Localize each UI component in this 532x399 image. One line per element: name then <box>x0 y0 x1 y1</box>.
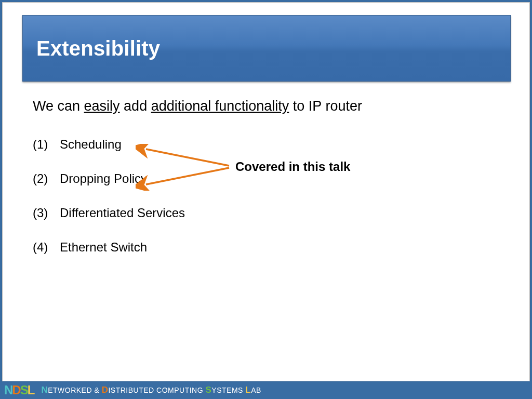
item-number: (2) <box>33 171 50 186</box>
footer-bar: N D S L NETWORKED & DISTRIBUTED COMPUTIN… <box>0 381 532 399</box>
lead-sentence: We can easily add additional functionali… <box>33 98 500 114</box>
lab-name-initial: S <box>206 385 212 395</box>
lab-name-initial: L <box>245 385 251 395</box>
lab-name-part: YSTEMS <box>211 386 245 394</box>
lab-name-part: & <box>92 386 102 394</box>
lead-pre: We can <box>33 98 84 114</box>
item-text: Dropping Policy <box>60 171 147 186</box>
logo-letter: N <box>4 384 12 396</box>
lab-name-initial: D <box>102 385 109 395</box>
lead-underline-1: easily <box>84 98 120 114</box>
list-item: (4) Ethernet Switch <box>33 240 500 255</box>
lab-name: NETWORKED & DISTRIBUTED COMPUTING SYSTEM… <box>41 385 261 395</box>
item-list: (1) Scheduling (2) Dropping Policy (3) D… <box>33 137 500 255</box>
lead-underline-2: additional functionality <box>151 98 289 114</box>
slide-body: We can easily add additional functionali… <box>33 98 500 274</box>
lab-name-initial: N <box>41 385 48 395</box>
item-text: Ethernet Switch <box>60 240 147 255</box>
logo-letter: D <box>12 384 20 396</box>
slide: Extensibility We can easily add addition… <box>2 2 530 381</box>
lead-mid: add <box>120 98 151 114</box>
slide-title: Extensibility <box>36 37 160 60</box>
ndsl-logo: N D S L <box>4 384 34 396</box>
callout-label: Covered in this talk <box>235 159 350 174</box>
title-bar: Extensibility <box>22 15 511 82</box>
item-text: Scheduling <box>60 137 122 152</box>
lab-name-part: ISTRIBUTED COMPUTING <box>108 386 205 394</box>
item-number: (3) <box>33 206 50 220</box>
lead-post: to IP router <box>289 98 362 114</box>
item-number: (1) <box>33 137 50 152</box>
item-number: (4) <box>33 240 50 255</box>
list-item: (3) Differentiated Services <box>33 206 500 220</box>
logo-letter: L <box>28 384 34 396</box>
lab-name-part: ETWORKED <box>48 386 92 394</box>
item-text: Differentiated Services <box>60 206 185 220</box>
lab-name-part: AB <box>251 386 261 394</box>
logo-letter: S <box>20 384 28 396</box>
list-item: (1) Scheduling <box>33 137 500 152</box>
